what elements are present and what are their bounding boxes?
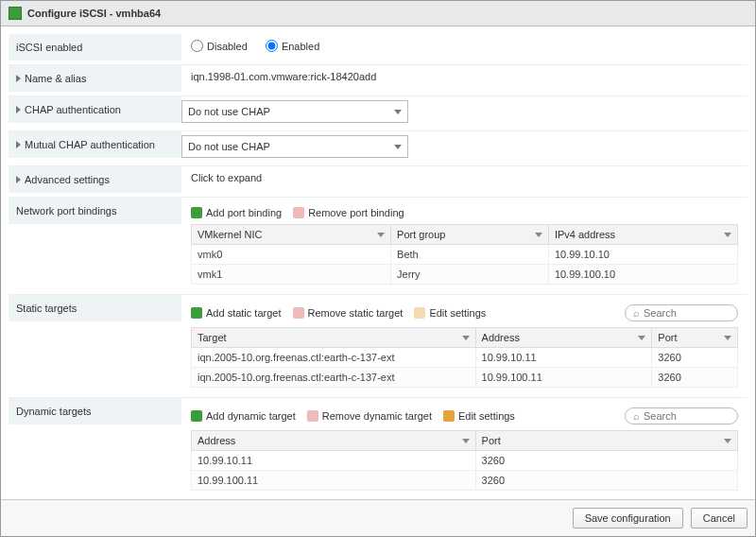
cancel-button[interactable]: Cancel: [691, 508, 747, 528]
search-static[interactable]: ⌕: [625, 304, 738, 321]
search-icon: ⌕: [633, 307, 640, 319]
expand-icon: [16, 141, 21, 148]
remove-icon: [293, 307, 304, 319]
label-mutual-chap[interactable]: Mutual CHAP authentication: [9, 131, 181, 158]
static-targets-table: Target Address Port iqn.2005-10.org.free…: [191, 327, 738, 388]
iscsi-icon: [9, 7, 22, 20]
edit-icon: [414, 307, 425, 319]
add-icon: [191, 307, 202, 319]
col-port[interactable]: Port: [475, 431, 737, 451]
col-portgroup[interactable]: Port group: [391, 225, 549, 245]
chevron-down-icon: [377, 233, 385, 237]
add-port-binding-button[interactable]: Add port binding: [191, 207, 282, 218]
edit-dynamic-target-button[interactable]: Edit settings: [443, 410, 515, 422]
col-nic[interactable]: VMkernel NIC: [192, 225, 391, 245]
add-icon: [191, 410, 202, 422]
label-chap[interactable]: CHAP authentication: [9, 96, 181, 123]
col-ipv4[interactable]: IPv4 address: [548, 225, 737, 245]
select-mutual-chap[interactable]: Do not use CHAP: [181, 135, 408, 158]
chevron-down-icon: [724, 336, 731, 340]
col-address[interactable]: Address: [475, 328, 652, 348]
table-row[interactable]: iqn.2005-10.org.freenas.ctl:earth-c-137-…: [192, 348, 738, 368]
dialog-title: Configure iSCSI - vmhba64: [27, 8, 161, 19]
table-row[interactable]: vmk1Jerry10.99.100.10: [192, 265, 738, 285]
dialog-footer: Save configuration Cancel: [1, 499, 755, 536]
table-row[interactable]: iqn.2005-10.org.freenas.ctl:earth-c-137-…: [192, 368, 738, 388]
add-icon: [191, 207, 202, 218]
add-static-target-button[interactable]: Add static target: [191, 307, 282, 319]
chevron-down-icon: [724, 233, 731, 237]
expand-icon: [16, 106, 21, 113]
radio-enabled[interactable]: Enabled: [266, 40, 319, 52]
table-row[interactable]: 10.99.100.113260: [192, 471, 738, 491]
table-row[interactable]: 10.99.10.113260: [192, 451, 738, 471]
chevron-down-icon: [394, 145, 402, 149]
label-advanced[interactable]: Advanced settings: [9, 166, 181, 193]
value-advanced[interactable]: Click to expand: [191, 172, 262, 183]
dialog-body: iSCSI enabled Disabled Enabled Name & al…: [1, 26, 755, 499]
remove-port-binding-button: Remove port binding: [293, 207, 404, 218]
chevron-down-icon: [462, 439, 470, 443]
label-dynamic-targets: Dynamic targets: [9, 398, 181, 424]
search-input-dynamic[interactable]: [644, 410, 719, 422]
remove-icon: [293, 207, 304, 218]
col-port[interactable]: Port: [652, 328, 738, 348]
select-chap[interactable]: Do not use CHAP: [181, 100, 408, 123]
title-bar: Configure iSCSI - vmhba64: [1, 1, 755, 26]
col-address[interactable]: Address: [192, 431, 476, 451]
dynamic-targets-table: Address Port 10.99.10.11326010.99.100.11…: [191, 430, 738, 491]
radio-disabled[interactable]: Disabled: [191, 40, 248, 52]
port-bindings-table: VMkernel NIC Port group IPv4 address vmk…: [191, 224, 738, 285]
edit-icon: [443, 410, 455, 422]
chevron-down-icon: [535, 233, 542, 237]
search-icon: ⌕: [633, 410, 640, 422]
label-port-bindings: Network port bindings: [9, 198, 181, 224]
remove-dynamic-target-button: Remove dynamic target: [307, 410, 432, 422]
value-name-alias: iqn.1998-01.com.vmware:rick-18420add: [191, 71, 376, 82]
chevron-down-icon: [394, 110, 402, 114]
label-name-alias[interactable]: Name & alias: [9, 65, 181, 92]
label-static-targets: Static targets: [9, 295, 181, 321]
col-target[interactable]: Target: [192, 328, 476, 348]
chevron-down-icon: [462, 336, 470, 340]
search-dynamic[interactable]: ⌕: [625, 407, 738, 424]
chevron-down-icon: [638, 336, 645, 340]
dialog: Configure iSCSI - vmhba64 iSCSI enabled …: [0, 0, 756, 537]
remove-static-target-button: Remove static target: [293, 307, 404, 319]
add-dynamic-target-button[interactable]: Add dynamic target: [191, 410, 296, 422]
table-row[interactable]: vmk0Beth10.99.10.10: [192, 245, 738, 265]
remove-icon: [307, 410, 318, 422]
expand-icon: [16, 176, 21, 183]
save-button[interactable]: Save configuration: [573, 508, 683, 528]
label-iscsi-enabled: iSCSI enabled: [9, 34, 181, 61]
chevron-down-icon: [724, 439, 731, 443]
search-input-static[interactable]: [644, 307, 719, 319]
expand-icon: [16, 75, 21, 82]
edit-static-target-button: Edit settings: [414, 307, 486, 319]
